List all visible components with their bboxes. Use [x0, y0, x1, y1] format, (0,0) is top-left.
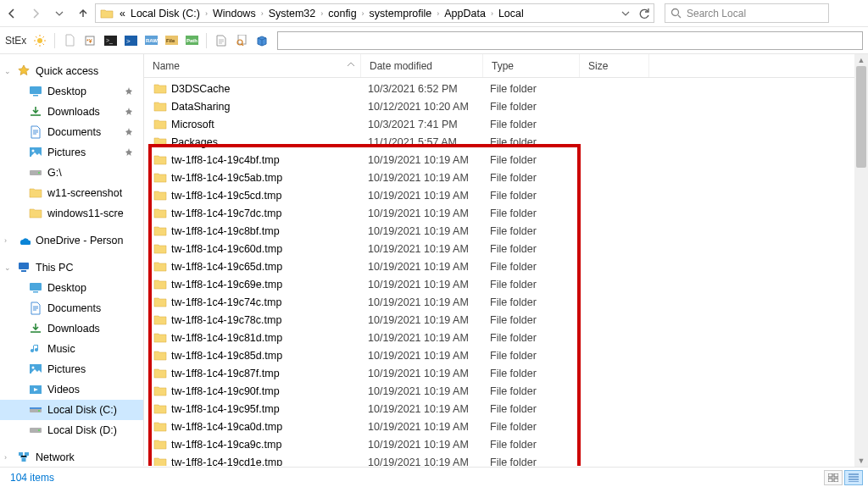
forward-button[interactable] — [24, 0, 47, 27]
refresh-icon[interactable] — [638, 8, 650, 19]
file-row[interactable]: tw-1ff8-1c4-19c81d.tmp10/19/2021 10:19 A… — [144, 329, 868, 346]
nav-item-documents[interactable]: Documents — [0, 122, 143, 142]
box-icon[interactable] — [253, 32, 270, 49]
file-type: File folder — [490, 350, 587, 362]
file-row[interactable]: tw-1ff8-1c4-19c4bf.tmp10/19/2021 10:19 A… — [144, 151, 868, 169]
file-row[interactable]: tw-1ff8-1c4-19c87f.tmp10/19/2021 10:19 A… — [144, 364, 868, 382]
svg-rect-30 — [30, 407, 42, 409]
nav-item-pictures[interactable]: Pictures — [0, 359, 143, 379]
nav-item-windows11-scre[interactable]: windows11-scre — [0, 203, 143, 224]
nav-item-g[interactable]: G:\ — [0, 163, 143, 183]
view-thumbnails-button[interactable] — [824, 470, 843, 485]
cmd-icon[interactable]: >_ — [102, 32, 119, 49]
svg-rect-16 — [30, 86, 42, 94]
nav-item-music[interactable]: Music — [0, 339, 143, 359]
file-row[interactable]: tw-1ff8-1c4-19c95f.tmp10/19/2021 10:19 A… — [144, 400, 868, 418]
nav-item-desktop[interactable]: Desktop — [0, 278, 143, 298]
nav-item-local-disk-c[interactable]: Local Disk (C:) — [0, 400, 143, 420]
expand-icon[interactable]: ⌄ — [4, 263, 11, 272]
raw-icon[interactable]: RAW — [142, 32, 159, 49]
folder-icon — [153, 118, 168, 131]
file-row[interactable]: tw-1ff8-1c4-19c78c.tmp10/19/2021 10:19 A… — [144, 311, 868, 329]
nav-item-quick-access[interactable]: ⌄Quick access — [0, 61, 143, 81]
expand-icon[interactable]: ⌄ — [4, 67, 11, 75]
nav-item-downloads[interactable]: Downloads — [0, 102, 143, 122]
file-icon[interactable]: File — [163, 32, 180, 49]
file-row[interactable]: Microsoft10/3/2021 7:41 PMFile folder — [144, 115, 868, 133]
vertical-scrollbar[interactable]: ▲ ▼ — [854, 54, 868, 467]
nav-item-this-pc[interactable]: ⌄This PC — [0, 257, 143, 278]
file-name: tw-1ff8-1c4-19c81d.tmp — [171, 332, 368, 344]
file-date: 11/1/2021 5:57 AM — [368, 136, 490, 148]
file-date: 10/19/2021 10:19 AM — [368, 190, 490, 202]
column-name[interactable]: Name — [144, 54, 361, 77]
file-row[interactable]: tw-1ff8-1c4-19c7dc.tmp10/19/2021 10:19 A… — [144, 204, 868, 222]
recent-dropdown[interactable] — [47, 0, 71, 27]
file-row[interactable]: tw-1ff8-1c4-19ca0d.tmp10/19/2021 10:19 A… — [144, 418, 868, 435]
nav-item-onedrive-person[interactable]: ›OneDrive - Person — [0, 230, 143, 251]
nav-item-pictures[interactable]: Pictures — [0, 142, 143, 163]
nav-item-w11-screenshot[interactable]: w11-screenshot — [0, 183, 143, 203]
breadcrumb-segment[interactable]: AppData — [444, 8, 486, 19]
onedrive-icon — [17, 234, 31, 247]
search-input[interactable]: Search Local — [665, 3, 829, 23]
tool-icon[interactable]: *¥ — [81, 32, 98, 49]
expand-icon[interactable]: › — [4, 453, 7, 462]
breadcrumb-segment[interactable]: System32 — [269, 8, 316, 19]
column-date[interactable]: Date modified — [361, 54, 483, 77]
file-row[interactable]: tw-1ff8-1c4-19c69e.tmp10/19/2021 10:19 A… — [144, 275, 868, 293]
file-name: tw-1ff8-1c4-19c5cd.tmp — [171, 190, 368, 202]
column-size[interactable]: Size — [580, 54, 649, 77]
file-row[interactable]: tw-1ff8-1c4-19c90f.tmp10/19/2021 10:19 A… — [144, 382, 868, 400]
breadcrumb-segment[interactable]: Windows — [213, 8, 256, 19]
column-type[interactable]: Type — [483, 54, 580, 77]
nav-item-network[interactable]: ›Network — [0, 447, 143, 466]
chevron-down-icon[interactable] — [621, 9, 630, 18]
svg-point-33 — [38, 429, 40, 431]
file-name: DataSharing — [171, 101, 368, 113]
back-button[interactable] — [0, 0, 24, 27]
nav-item-desktop[interactable]: Desktop — [0, 81, 143, 102]
doc-icon[interactable] — [213, 32, 230, 49]
sun-icon[interactable] — [31, 32, 48, 49]
powershell-icon[interactable]: > — [122, 32, 139, 49]
path-icon[interactable]: Path — [183, 32, 200, 49]
scroll-up-arrow[interactable]: ▲ — [854, 54, 868, 66]
file-type: File folder — [490, 314, 587, 326]
expand-icon[interactable]: › — [4, 236, 7, 245]
file-row[interactable]: tw-1ff8-1c4-19c5ab.tmp10/19/2021 10:19 A… — [144, 169, 868, 186]
breadcrumb-segment[interactable]: systemprofile — [370, 8, 432, 19]
file-row[interactable]: tw-1ff8-1c4-19ca9c.tmp10/19/2021 10:19 A… — [144, 435, 868, 453]
breadcrumb-segment[interactable]: Local Disk (C:) — [131, 8, 200, 19]
nav-item-videos[interactable]: Videos — [0, 379, 143, 400]
svg-point-1 — [37, 38, 42, 43]
nav-item-local-disk-d[interactable]: Local Disk (D:) — [0, 420, 143, 440]
breadcrumb[interactable]: « Local Disk (C:)›Windows›System32›confi… — [95, 3, 654, 23]
nav-tree[interactable]: ⌄Quick accessDesktopDownloadsDocumentsPi… — [0, 54, 144, 466]
nav-item-documents[interactable]: Documents — [0, 298, 143, 318]
file-row[interactable]: tw-1ff8-1c4-19c8bf.tmp10/19/2021 10:19 A… — [144, 222, 868, 240]
nav-item-downloads[interactable]: Downloads — [0, 318, 143, 339]
file-type: File folder — [490, 154, 587, 166]
file-row[interactable]: D3DSCache10/3/2021 6:52 PMFile folder — [144, 80, 868, 97]
view-details-button[interactable] — [844, 470, 863, 485]
scroll-thumb[interactable] — [856, 66, 866, 168]
breadcrumb-segment[interactable]: Local — [498, 8, 524, 19]
up-button[interactable] — [71, 0, 95, 27]
file-row[interactable]: tw-1ff8-1c4-19c5cd.tmp10/19/2021 10:19 A… — [144, 186, 868, 204]
file-row[interactable]: DataSharing10/12/2021 10:20 AMFile folde… — [144, 97, 868, 115]
nav-label: Downloads — [47, 106, 100, 118]
scroll-down-arrow[interactable]: ▼ — [854, 455, 868, 467]
file-row[interactable]: tw-1ff8-1c4-19cd1e.tmp10/19/2021 10:19 A… — [144, 453, 868, 466]
file-type: File folder — [490, 243, 587, 255]
file-row[interactable]: Packages11/1/2021 5:57 AMFile folder — [144, 133, 868, 151]
file-row[interactable]: tw-1ff8-1c4-19c65d.tmp10/19/2021 10:19 A… — [144, 257, 868, 275]
command-input[interactable] — [277, 31, 863, 50]
breadcrumb-segment[interactable]: config — [328, 8, 356, 19]
newfile-icon[interactable] — [61, 32, 78, 49]
file-row[interactable]: tw-1ff8-1c4-19c60d.tmp10/19/2021 10:19 A… — [144, 240, 868, 257]
file-name: tw-1ff8-1c4-19c7dc.tmp — [171, 208, 368, 219]
file-row[interactable]: tw-1ff8-1c4-19c74c.tmp10/19/2021 10:19 A… — [144, 293, 868, 311]
file-row[interactable]: tw-1ff8-1c4-19c85d.tmp10/19/2021 10:19 A… — [144, 346, 868, 364]
search-tool-icon[interactable] — [233, 32, 250, 49]
